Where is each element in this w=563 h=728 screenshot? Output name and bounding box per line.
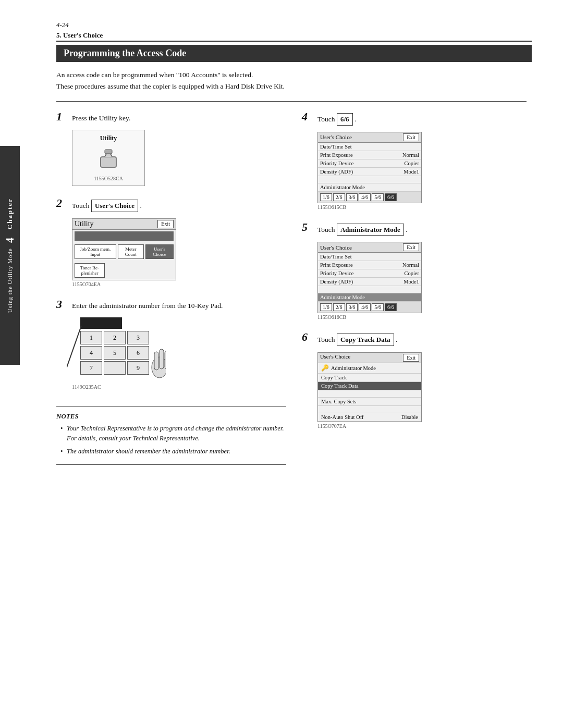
- intro-text: An access code can be programmed when "1…: [56, 69, 532, 92]
- step6-exit: Exit: [403, 354, 419, 362]
- key-5: 5: [104, 346, 126, 360]
- step6-row-3: [318, 390, 421, 398]
- step4-panel-title: User's Choice: [320, 134, 352, 140]
- svg-line-2: [67, 326, 81, 367]
- step6-row-6: Non-Auto Shut Off Disable: [318, 413, 421, 422]
- svg-rect-0: [101, 157, 116, 167]
- step5-tab-6-6[interactable]: 6/6: [385, 303, 397, 311]
- step-4-text: Touch 6/6 .: [317, 111, 356, 126]
- step5-tab-3-6[interactable]: 3/6: [346, 303, 358, 311]
- utility-key-icon: [95, 145, 121, 171]
- step-3-image: 1 2 3 4 5 6 7 9: [72, 317, 286, 390]
- chapter-number: 4: [4, 238, 16, 243]
- tab-2-6[interactable]: 2/6: [333, 193, 345, 201]
- step-6-text-after: .: [396, 336, 397, 343]
- step4-row-3: Density (ADF) Mode1: [318, 168, 421, 176]
- step6-row-0: 🔑 Administrator Mode: [318, 363, 421, 374]
- step5-row-2: Priority Device Copier: [318, 269, 421, 278]
- key-1: 1: [80, 331, 102, 344]
- btn-users-choice[interactable]: User's Choice: [145, 244, 174, 259]
- btn-toner[interactable]: Toner Re- plenisher: [75, 263, 105, 278]
- step-2-text-after: .: [140, 202, 141, 209]
- step-6-number: 6: [302, 331, 313, 343]
- step-1-text: Press the Utility key.: [72, 111, 130, 124]
- step-1-number: 1: [56, 111, 68, 122]
- step5-panel-title: User's Choice: [320, 244, 352, 251]
- step6-row-4: Max. Copy Sets: [318, 398, 421, 406]
- notes-title: NOTES: [56, 412, 286, 421]
- step-2-button: User's Choice: [91, 200, 138, 212]
- step5-tab-4-6[interactable]: 4/6: [359, 303, 371, 311]
- step5-row-1: Print Exposure Normal: [318, 261, 421, 269]
- step4-row-0: Date/Time Set: [318, 143, 421, 151]
- step-6-text-before: Touch: [317, 336, 335, 343]
- page-title: Programming the Access Code: [56, 45, 532, 62]
- step-5-text-before: Touch: [317, 226, 335, 233]
- btn-meter[interactable]: Meter Count: [118, 244, 144, 259]
- keypad-black-bar: [80, 317, 122, 329]
- step-2-image: Utility Exit Job/Zoom mem. Input Meter C…: [72, 218, 286, 287]
- step5-row-0: Date/Time Set: [318, 253, 421, 261]
- step6-row-5: [318, 406, 421, 413]
- step-5-caption: 1155O616CB: [317, 314, 532, 320]
- step-4-button: 6/6: [337, 113, 353, 126]
- section-header: 5. User's Choice: [56, 31, 532, 42]
- chapter-subtitle: Using the Utility Mode: [7, 248, 13, 313]
- side-tab: Chapter 4 Using the Utility Mode: [0, 146, 20, 365]
- left-column: 1 Press the Utility key. Utility 1155O52…: [56, 111, 286, 465]
- tab-3-6[interactable]: 3/6: [346, 193, 358, 201]
- step5-row-5: Administrator Mode: [318, 293, 421, 302]
- key-7: 7: [80, 361, 102, 375]
- step5-exit: Exit: [403, 243, 419, 251]
- step-4: 4 Touch 6/6 . User's Choice Exit: [302, 111, 532, 210]
- step4-row-1: Print Exposure Normal: [318, 151, 421, 159]
- step-6-button: Copy Track Data: [337, 334, 394, 346]
- tab-6-6[interactable]: 6/6: [385, 193, 397, 201]
- utility-panel-title: Utility: [75, 220, 94, 228]
- tab-1-6[interactable]: 1/6: [320, 193, 332, 201]
- step-3-number: 3: [56, 299, 68, 310]
- intro-line-2: These procedures assume that the copier …: [56, 81, 532, 92]
- step-5-text-after: .: [406, 226, 407, 233]
- step-2-caption: 1155O704EA: [72, 281, 286, 287]
- step-5-number: 5: [302, 221, 313, 233]
- page-number: 4-24: [56, 21, 532, 29]
- step-6-text: Touch Copy Track Data .: [317, 331, 397, 346]
- step4-row-2: Priority Device Copier: [318, 159, 421, 168]
- chapter-label: Chapter: [6, 198, 14, 229]
- page: Chapter 4 Using the Utility Mode 4-24 5.…: [0, 0, 563, 728]
- step5-row-3: Density (ADF) Mode1: [318, 278, 421, 286]
- step-4-text-before: Touch: [317, 115, 335, 123]
- note-2: The administrator should remember the ad…: [60, 447, 286, 456]
- step5-buttons: 1/6 2/6 3/6 4/6 5/6 6/6: [318, 302, 421, 313]
- step6-row-1: Copy Track: [318, 374, 421, 382]
- selected-bar: [75, 231, 174, 241]
- utility-label: Utility: [77, 134, 140, 142]
- step5-panel: User's Choice Exit Date/Time Set Print E…: [317, 242, 422, 313]
- step-5-text: Touch Administrator Mode .: [317, 221, 408, 236]
- tab-4-6[interactable]: 4/6: [359, 193, 371, 201]
- step6-row-2: Copy Track Data: [318, 382, 421, 390]
- step4-buttons: 1/6 2/6 3/6 4/6 5/6 6/6: [318, 192, 421, 203]
- step4-exit: Exit: [403, 133, 419, 141]
- step-5: 5 Touch Administrator Mode . User's Choi…: [302, 221, 532, 320]
- step4-panel: User's Choice Exit Date/Time Set Print E…: [317, 132, 422, 203]
- step-3-text: Enter the administrator number from the …: [72, 299, 223, 311]
- btn-job-zoom[interactable]: Job/Zoom mem. Input: [75, 244, 116, 259]
- note-1: Your Technical Representative is to prog…: [60, 424, 286, 443]
- step-6: 6 Touch Copy Track Data . User's Choice …: [302, 331, 532, 429]
- step-6-caption: 1155O707EA: [317, 423, 532, 429]
- svg-rect-6: [165, 351, 166, 369]
- step-4-text-after: .: [354, 115, 356, 123]
- notes-list: Your Technical Representative is to prog…: [56, 424, 286, 456]
- right-column: 4 Touch 6/6 . User's Choice Exit: [302, 111, 532, 465]
- step-4-image: User's Choice Exit Date/Time Set Print E…: [317, 132, 532, 210]
- step5-tab-2-6[interactable]: 2/6: [333, 303, 345, 311]
- step5-tab-1-6[interactable]: 1/6: [320, 303, 332, 311]
- step5-tab-5-6[interactable]: 5/6: [372, 303, 384, 311]
- step4-row-5: Administrator Mode: [318, 183, 421, 192]
- step-2-number: 2: [56, 198, 68, 209]
- step-4-number: 4: [302, 111, 313, 122]
- intro-line-1: An access code can be programmed when "1…: [56, 69, 532, 81]
- tab-5-6[interactable]: 5/6: [372, 193, 384, 201]
